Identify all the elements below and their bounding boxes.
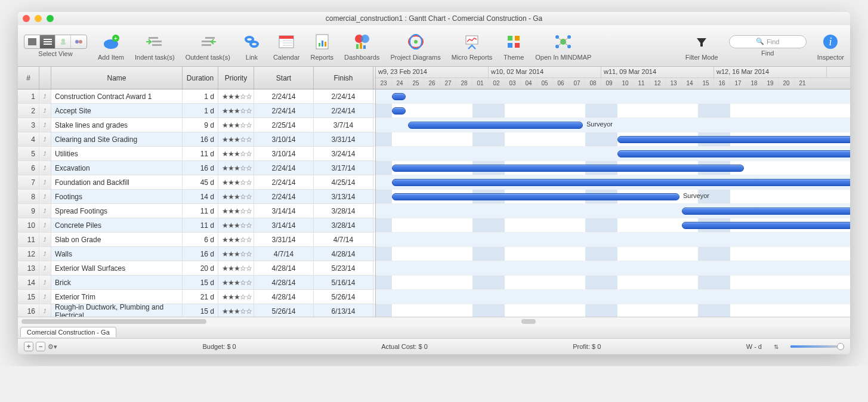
finish-cell[interactable]: 3/28/14 <box>314 204 373 218</box>
duration-cell[interactable]: 15 d <box>183 304 218 317</box>
link-button[interactable]: Link <box>241 31 262 61</box>
view-mindmap-button[interactable] <box>71 35 87 48</box>
expand-toggle[interactable]: ⤴ <box>39 218 51 232</box>
start-cell[interactable]: 2/25/14 <box>254 118 314 132</box>
priority-cell[interactable]: ★★★☆☆ <box>218 118 254 132</box>
col-header-priority[interactable]: Priority <box>218 67 254 89</box>
view-list-button[interactable] <box>40 35 55 48</box>
col-header-name[interactable]: Name <box>51 67 183 89</box>
task-row[interactable]: 2⤴Accept Site1 d★★★☆☆2/24/142/24/14 <box>18 104 375 118</box>
zoom-slider-thumb[interactable] <box>837 343 844 350</box>
expand-toggle[interactable]: ⤴ <box>39 89 51 103</box>
start-cell[interactable]: 4/28/14 <box>254 261 314 275</box>
priority-cell[interactable]: ★★★☆☆ <box>218 247 254 261</box>
finish-cell[interactable]: 3/31/14 <box>314 132 373 146</box>
start-cell[interactable]: 2/24/14 <box>254 104 314 117</box>
calendar-button[interactable]: Calendar <box>273 31 300 61</box>
view-gantt-button[interactable] <box>24 35 40 48</box>
task-name-cell[interactable]: Exterior Wall Surfaces <box>51 261 183 275</box>
priority-cell[interactable]: ★★★☆☆ <box>218 218 254 232</box>
finish-cell[interactable]: 3/17/14 <box>314 161 373 175</box>
expand-toggle[interactable]: ⤴ <box>39 261 51 275</box>
search-input[interactable]: 🔍 Find <box>729 35 807 48</box>
duration-cell[interactable]: 16 d <box>183 161 218 175</box>
start-cell[interactable]: 3/31/14 <box>254 233 314 246</box>
duration-cell[interactable]: 6 d <box>183 233 218 246</box>
indent-button[interactable]: Indent task(s) <box>135 31 175 61</box>
start-cell[interactable]: 2/24/14 <box>254 161 314 175</box>
task-row[interactable]: 15⤴Exterior Trim21 d★★★☆☆4/28/145/26/14 <box>18 290 375 304</box>
start-cell[interactable]: 4/28/14 <box>254 290 314 304</box>
duration-cell[interactable]: 11 d <box>183 147 218 160</box>
duration-cell[interactable]: 15 d <box>183 276 218 289</box>
duration-cell[interactable]: 20 d <box>183 261 218 275</box>
task-row[interactable]: 12⤴Walls16 d★★★☆☆4/7/144/28/14 <box>18 247 375 261</box>
finish-cell[interactable]: 3/24/14 <box>314 147 373 160</box>
task-row[interactable]: 13⤴Exterior Wall Surfaces20 d★★★☆☆4/28/1… <box>18 261 375 276</box>
finish-cell[interactable]: 2/24/14 <box>314 104 373 117</box>
start-cell[interactable]: 3/10/14 <box>254 147 314 160</box>
finish-cell[interactable]: 2/24/14 <box>314 89 373 103</box>
task-row[interactable]: 5⤴Utilities11 d★★★☆☆3/10/143/24/14 <box>18 147 375 161</box>
gear-menu[interactable]: ⚙︎▾ <box>48 343 57 351</box>
task-name-cell[interactable]: Rough-in Ductwork, Plumbing and Electric… <box>51 304 183 317</box>
start-cell[interactable]: 3/10/14 <box>254 132 314 146</box>
col-header-start[interactable]: Start <box>254 67 314 89</box>
task-row[interactable]: 14⤴Brick15 d★★★☆☆4/28/145/16/14 <box>18 276 375 290</box>
start-cell[interactable]: 4/7/14 <box>254 247 314 261</box>
right-scrollbar[interactable] <box>521 319 536 324</box>
task-row[interactable]: 4⤴Clearing and Site Grading16 d★★★☆☆3/10… <box>18 132 375 147</box>
finish-cell[interactable]: 5/26/14 <box>314 290 373 304</box>
gantt-bar[interactable] <box>392 179 850 186</box>
priority-cell[interactable]: ★★★☆☆ <box>218 89 254 103</box>
expand-toggle[interactable]: ⤴ <box>39 175 51 189</box>
expand-toggle[interactable]: ⤴ <box>39 233 51 246</box>
gantt-bar[interactable] <box>392 93 406 100</box>
finish-cell[interactable]: 4/7/14 <box>314 233 373 246</box>
expand-toggle[interactable]: ⤴ <box>39 118 51 132</box>
task-name-cell[interactable]: Walls <box>51 247 183 261</box>
priority-cell[interactable]: ★★★☆☆ <box>218 233 254 246</box>
project-diagrams-button[interactable]: Project Diagrams <box>390 31 440 61</box>
task-name-cell[interactable]: Footings <box>51 190 183 203</box>
priority-cell[interactable]: ★★★☆☆ <box>218 290 254 304</box>
task-row[interactable]: 8⤴Footings14 d★★★☆☆2/24/143/13/14 <box>18 190 375 204</box>
task-name-cell[interactable]: Construction Contract Award 1 <box>51 89 183 103</box>
expand-toggle[interactable]: ⤴ <box>39 290 51 304</box>
priority-cell[interactable]: ★★★☆☆ <box>218 276 254 289</box>
start-cell[interactable]: 5/26/14 <box>254 304 314 317</box>
filter-mode-button[interactable]: Filter Mode <box>685 31 718 61</box>
task-row[interactable]: 6⤴Excavation16 d★★★☆☆2/24/143/17/14 <box>18 161 375 175</box>
expand-toggle[interactable]: ⤴ <box>39 190 51 203</box>
task-name-cell[interactable]: Clearing and Site Grading <box>51 132 183 146</box>
priority-cell[interactable]: ★★★☆☆ <box>218 147 254 160</box>
gantt-body[interactable]: SurveyorSurveyor <box>376 89 850 317</box>
gantt-bar[interactable] <box>617 136 850 143</box>
priority-cell[interactable]: ★★★☆☆ <box>218 261 254 275</box>
finish-cell[interactable]: 5/16/14 <box>314 276 373 289</box>
gantt-bar[interactable] <box>617 150 850 157</box>
duration-cell[interactable]: 45 d <box>183 175 218 189</box>
finish-cell[interactable]: 3/13/14 <box>314 190 373 203</box>
priority-cell[interactable]: ★★★☆☆ <box>218 132 254 146</box>
add-item-button[interactable]: + Add Item <box>98 31 124 61</box>
duration-cell[interactable]: 9 d <box>183 118 218 132</box>
gantt-bar[interactable] <box>682 222 850 229</box>
inspector-button[interactable]: i Inspector <box>817 31 844 61</box>
priority-cell[interactable]: ★★★☆☆ <box>218 304 254 317</box>
task-row[interactable]: 3⤴Stake lines and grades9 d★★★☆☆2/25/143… <box>18 118 375 132</box>
start-cell[interactable]: 2/24/14 <box>254 175 314 189</box>
dashboards-button[interactable]: Dashboards <box>344 31 379 61</box>
gantt-bar[interactable] <box>408 122 583 129</box>
document-tab[interactable]: Comercial Construction - Ga <box>20 327 116 337</box>
theme-button[interactable]: Theme <box>503 31 524 61</box>
priority-cell[interactable]: ★★★☆☆ <box>218 104 254 117</box>
duration-cell[interactable]: 1 d <box>183 89 218 103</box>
task-row[interactable]: 10⤴Concrete Piles11 d★★★☆☆3/14/143/28/14 <box>18 218 375 233</box>
task-name-cell[interactable]: Exterior Trim <box>51 290 183 304</box>
task-name-cell[interactable]: Spread Footings <box>51 204 183 218</box>
duration-cell[interactable]: 16 d <box>183 132 218 146</box>
task-name-cell[interactable]: Accept Site <box>51 104 183 117</box>
finish-cell[interactable]: 6/13/14 <box>314 304 373 317</box>
task-name-cell[interactable]: Foundation and Backfill <box>51 175 183 189</box>
